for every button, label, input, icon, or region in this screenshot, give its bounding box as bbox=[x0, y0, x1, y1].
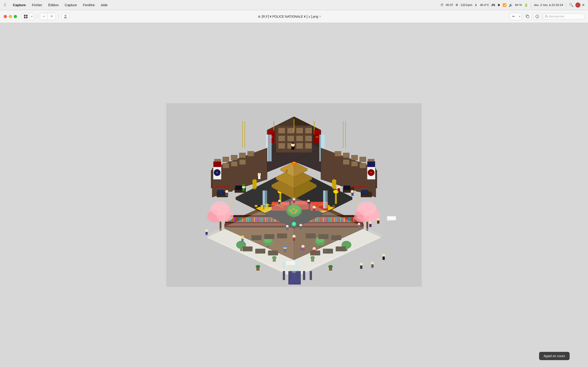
svg-rect-368 bbox=[283, 271, 285, 280]
svg-rect-267 bbox=[362, 190, 368, 194]
search-placeholder: Rechercher bbox=[549, 15, 564, 18]
svg-point-354 bbox=[382, 254, 385, 257]
bluetooth-icon: ✱ bbox=[498, 3, 500, 7]
svg-point-6 bbox=[545, 15, 547, 17]
svg-point-219 bbox=[355, 198, 359, 201]
menubar-separator bbox=[531, 3, 531, 7]
apple-menu[interactable]:  bbox=[0, 2, 10, 7]
pen-button[interactable]: ✏ bbox=[510, 13, 518, 20]
apple-icon:  bbox=[4, 2, 6, 7]
menubar-separator2 bbox=[566, 3, 566, 7]
file-indicator-icon: ▦ bbox=[258, 15, 260, 18]
status-icons: ⏱ 00:37 ⚙ 1321rpm 🌡 40.4°C 🎮 ✱ 📶 🔊 94 % … bbox=[440, 3, 528, 7]
svg-rect-212 bbox=[253, 188, 256, 190]
menubar-capture2[interactable]: Capture bbox=[62, 2, 80, 8]
title-dropdown-icon[interactable]: ▾ bbox=[320, 15, 321, 18]
svg-rect-152 bbox=[268, 130, 275, 133]
view-mode-group: ▾ bbox=[22, 13, 34, 20]
menu-icon-menubar[interactable]: ≡ bbox=[582, 3, 584, 7]
svg-point-224 bbox=[211, 201, 229, 215]
svg-rect-182 bbox=[248, 151, 254, 156]
menubar:  Capture Fichier Édition Capture Fenêtr… bbox=[0, 0, 588, 10]
toolbar-sep2 bbox=[59, 14, 59, 19]
share-button[interactable] bbox=[61, 13, 69, 20]
svg-rect-309 bbox=[259, 173, 260, 175]
battery-value: 94 % bbox=[515, 3, 522, 7]
zoom-in-button[interactable]: + bbox=[48, 13, 56, 20]
svg-rect-262 bbox=[217, 190, 224, 194]
menubar-fichier[interactable]: Fichier bbox=[29, 2, 45, 8]
game-screenshot: RF RF bbox=[163, 103, 425, 287]
svg-rect-186 bbox=[239, 160, 246, 165]
svg-point-229 bbox=[357, 201, 376, 215]
view-mode-button[interactable] bbox=[22, 13, 30, 20]
temp-value: 40.4°C bbox=[480, 3, 489, 7]
svg-rect-144 bbox=[278, 143, 285, 149]
svg-text:RF: RF bbox=[316, 136, 319, 138]
svg-rect-305 bbox=[242, 184, 245, 186]
menubar-aide[interactable]: Aide bbox=[98, 2, 111, 8]
viewer-search-field[interactable]: Rechercher bbox=[543, 14, 584, 19]
close-button[interactable] bbox=[4, 15, 7, 18]
image-viewer: ▾ − + ▦ [R.F] ¥ POLICE NATIONALE ¥ [ ± ]… bbox=[0, 10, 588, 367]
svg-rect-353 bbox=[372, 264, 374, 268]
svg-rect-198 bbox=[360, 157, 366, 162]
svg-rect-170 bbox=[323, 190, 326, 208]
wifi-icon: 📶 bbox=[502, 3, 506, 7]
view-mode-dropdown[interactable]: ▾ bbox=[30, 13, 34, 20]
svg-rect-215 bbox=[333, 188, 336, 190]
svg-rect-264 bbox=[235, 186, 242, 190]
svg-rect-365 bbox=[286, 169, 287, 173]
timer-icon: ⏱ bbox=[440, 3, 443, 7]
svg-rect-179 bbox=[223, 157, 229, 162]
svg-rect-19 bbox=[233, 217, 234, 222]
menubar-items: Capture Fichier Édition Capture Fenêtre … bbox=[10, 2, 111, 8]
viewer-right-tools: ✏ ▾ Rechercher bbox=[510, 13, 584, 20]
temp-icon: 🌡 bbox=[475, 3, 477, 7]
svg-rect-301 bbox=[225, 193, 228, 196]
zoom-group: − + bbox=[40, 13, 56, 20]
menubar-fenetre[interactable]: Fenêtre bbox=[80, 2, 98, 8]
svg-rect-364 bbox=[352, 186, 368, 187]
svg-point-211 bbox=[252, 179, 257, 183]
svg-point-300 bbox=[225, 190, 228, 193]
svg-point-350 bbox=[360, 263, 363, 266]
user-icon-menubar[interactable] bbox=[575, 2, 580, 8]
svg-rect-207 bbox=[367, 161, 375, 167]
info-button[interactable] bbox=[533, 13, 541, 20]
minimize-button[interactable] bbox=[9, 15, 12, 18]
menubar-edition[interactable]: Édition bbox=[45, 2, 61, 8]
toast-text: Appel en cours bbox=[544, 354, 565, 358]
maximize-button[interactable] bbox=[14, 15, 17, 18]
cpu-rpm: 1321rpm bbox=[460, 3, 472, 7]
svg-rect-201 bbox=[335, 151, 341, 156]
svg-text:...: ... bbox=[388, 217, 390, 219]
svg-rect-171 bbox=[326, 190, 328, 208]
zoom-out-button[interactable]: − bbox=[40, 13, 48, 20]
menubar-capture[interactable]: Capture bbox=[10, 2, 29, 8]
toast-notification: Appel en cours bbox=[539, 352, 570, 360]
pen-tool-group: ✏ ▾ bbox=[510, 13, 522, 20]
svg-rect-4 bbox=[527, 16, 529, 18]
svg-point-312 bbox=[337, 186, 340, 189]
svg-rect-200 bbox=[343, 153, 349, 158]
svg-rect-137 bbox=[287, 128, 294, 133]
viewer-toolbar: ▾ − + ▦ [R.F] ¥ POLICE NATIONALE ¥ [ ± ]… bbox=[0, 10, 588, 23]
svg-rect-255 bbox=[334, 205, 335, 209]
svg-rect-1 bbox=[26, 15, 27, 16]
svg-point-217 bbox=[230, 198, 234, 201]
svg-rect-269 bbox=[344, 186, 350, 190]
game-scene-svg: RF RF bbox=[163, 103, 425, 287]
svg-rect-181 bbox=[239, 153, 246, 158]
svg-point-310 bbox=[351, 190, 354, 193]
pen-dropdown-button[interactable]: ▾ bbox=[518, 13, 522, 20]
svg-rect-371 bbox=[303, 271, 305, 280]
copy-button[interactable] bbox=[524, 13, 531, 20]
svg-point-294 bbox=[256, 265, 260, 268]
viewer-title: ▦ [R.F] ¥ POLICE NATIONALE ¥ [ ± ].png ▾ bbox=[72, 15, 507, 18]
svg-rect-188 bbox=[213, 161, 221, 167]
search-icon-menubar[interactable]: 🔍 bbox=[569, 3, 573, 7]
svg-point-356 bbox=[205, 229, 208, 232]
svg-point-366 bbox=[285, 167, 288, 170]
svg-rect-184 bbox=[223, 163, 229, 168]
